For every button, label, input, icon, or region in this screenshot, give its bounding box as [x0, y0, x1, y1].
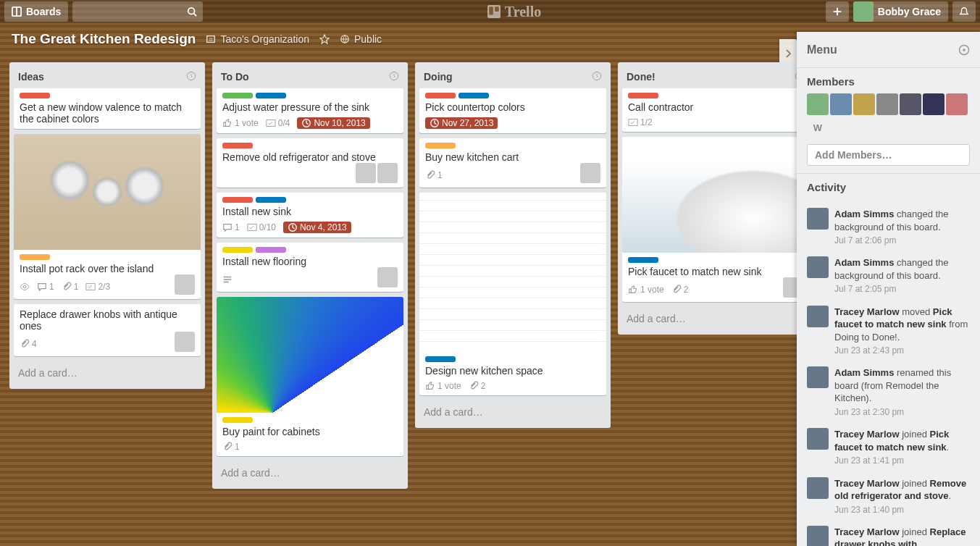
activity-item: Tracey Marlow joined Replace drawer knob…	[807, 526, 976, 546]
star-icon	[319, 34, 330, 44]
member-avatar[interactable]	[923, 93, 945, 115]
menu-members-section: Members W Add Members…	[797, 68, 980, 174]
card-badges: 1	[425, 170, 443, 180]
add-members-button[interactable]: Add Members…	[807, 144, 970, 166]
card[interactable]: Get a new window valence to match the ca…	[14, 88, 201, 129]
card[interactable]: Pick faucet to match new sink1 vote2	[622, 137, 797, 302]
card[interactable]: Buy paint for cabinets1	[217, 297, 403, 456]
card-badges: 1/2	[628, 117, 653, 127]
list-menu-icon[interactable]	[186, 71, 196, 81]
add-card-button[interactable]: Add a card…	[419, 400, 606, 424]
label-purple[interactable]	[256, 247, 286, 253]
card[interactable]: Pick countertop colorsNov 27, 2013	[419, 88, 606, 133]
due-badge: Nov 4, 2013	[283, 222, 351, 233]
label-orange[interactable]	[20, 254, 50, 260]
label-red[interactable]	[425, 93, 456, 98]
board-canvas[interactable]: Ideas Get a new window valence to match …	[0, 62, 797, 546]
member-avatar[interactable]	[853, 93, 875, 115]
menu-expand-icon[interactable]	[958, 44, 970, 56]
vote-icon	[222, 118, 233, 128]
card-member-avatar[interactable]	[356, 163, 376, 183]
boards-button[interactable]: Boards	[4, 1, 68, 22]
list: Doing Pick countertop colorsNov 27, 2013…	[415, 62, 611, 428]
visibility-button[interactable]: Public	[340, 33, 382, 45]
card-member-avatar[interactable]	[377, 267, 398, 287]
member-avatar[interactable]	[807, 93, 829, 115]
card[interactable]: Design new kitchen space1 vote2	[419, 193, 606, 395]
bell-icon	[959, 7, 969, 17]
card[interactable]: Adjust water pressure of the sink1 vote0…	[217, 88, 403, 133]
label-red[interactable]	[628, 93, 658, 98]
list-menu-icon[interactable]	[389, 71, 399, 81]
card-badges: 4	[20, 339, 37, 349]
label-blue[interactable]	[256, 93, 286, 98]
user-menu[interactable]: Bobby Grace	[853, 1, 948, 22]
search-input[interactable]	[72, 1, 203, 22]
card[interactable]: Buy new kitchen cart1	[419, 138, 606, 188]
label-blue[interactable]	[458, 93, 489, 98]
card[interactable]: Replace drawer knobs with antique ones4	[14, 304, 201, 356]
board-org[interactable]: Taco's Organization	[206, 33, 309, 45]
card[interactable]: Call contractor1/2	[622, 88, 797, 132]
boards-label: Boards	[26, 6, 61, 17]
member-avatar[interactable]	[830, 93, 852, 115]
list: Done! Call contractor1/2Pick faucet to m…	[618, 62, 797, 335]
label-yellow[interactable]	[222, 417, 253, 423]
card-member-avatar[interactable]	[377, 163, 398, 183]
activity-timestamp: Jun 23 at 2:43 pm	[834, 345, 976, 356]
card-member-avatar[interactable]	[175, 274, 195, 295]
member-avatar[interactable]	[946, 93, 968, 115]
list-title[interactable]: Doing	[419, 67, 606, 88]
board-title: The Great Kitchen Redesign	[12, 31, 196, 47]
activity-timestamp: Jun 23 at 2:30 pm	[834, 406, 976, 418]
add-card-button[interactable]: Add a card…	[14, 361, 201, 385]
menu-title: Menu	[807, 43, 837, 56]
card[interactable]: Install pot rack over the island112/3	[14, 134, 201, 299]
add-card-button[interactable]: Add a card…	[622, 307, 797, 330]
card-title: Adjust water pressure of the sink	[222, 101, 398, 113]
svg-point-10	[23, 285, 26, 288]
label-blue[interactable]	[628, 257, 658, 263]
list: Ideas Get a new window valence to match …	[9, 62, 205, 389]
user-name: Bobby Grace	[878, 6, 941, 17]
list-title[interactable]: Ideas	[14, 67, 201, 88]
vote-icon	[628, 285, 638, 295]
card-member-avatar[interactable]	[580, 163, 600, 183]
label-blue[interactable]	[425, 356, 456, 362]
plus-icon	[832, 7, 842, 17]
card[interactable]: Install new sink10/10Nov 4, 2013	[217, 193, 403, 238]
member-avatar[interactable]	[900, 93, 921, 115]
label-red[interactable]	[222, 197, 253, 203]
label-blue[interactable]	[256, 197, 286, 203]
card-member-avatar[interactable]	[175, 332, 195, 352]
list-title[interactable]: To Do	[217, 67, 403, 88]
activity-item: Adam Simms renamed this board (from Remo…	[807, 366, 976, 418]
activity-avatar	[807, 306, 829, 327]
member-avatar-initial[interactable]: W	[807, 117, 829, 138]
label-red[interactable]	[222, 143, 253, 148]
label-orange[interactable]	[425, 143, 456, 148]
list-title[interactable]: Done!	[622, 67, 797, 88]
comment-icon	[37, 282, 47, 292]
user-avatar	[853, 1, 874, 22]
card-badges: 1	[222, 442, 240, 452]
list-menu-icon[interactable]	[592, 71, 602, 81]
label-red[interactable]	[20, 93, 50, 98]
star-button[interactable]	[319, 34, 330, 44]
create-button[interactable]	[826, 1, 849, 22]
card-cover-image	[622, 137, 797, 253]
card-labels	[425, 356, 600, 362]
vote-icon	[425, 381, 435, 391]
label-yellow[interactable]	[222, 247, 253, 253]
card-member-avatar[interactable]	[783, 277, 797, 298]
activity-feed[interactable]: Adam Simms changed the background of thi…	[797, 202, 980, 546]
notifications-button[interactable]	[952, 1, 976, 22]
boards-icon	[12, 7, 22, 17]
label-green[interactable]	[222, 93, 253, 98]
activity-text: Tracey Marlow moved Pick faucet to match…	[834, 306, 968, 343]
card[interactable]: Install new flooring	[217, 243, 403, 292]
member-avatar[interactable]	[876, 93, 898, 115]
add-card-button[interactable]: Add a card…	[217, 461, 403, 484]
activity-timestamp: Jul 7 at 2:05 pm	[834, 283, 976, 295]
card[interactable]: Remove old refrigerator and stove	[217, 138, 403, 188]
